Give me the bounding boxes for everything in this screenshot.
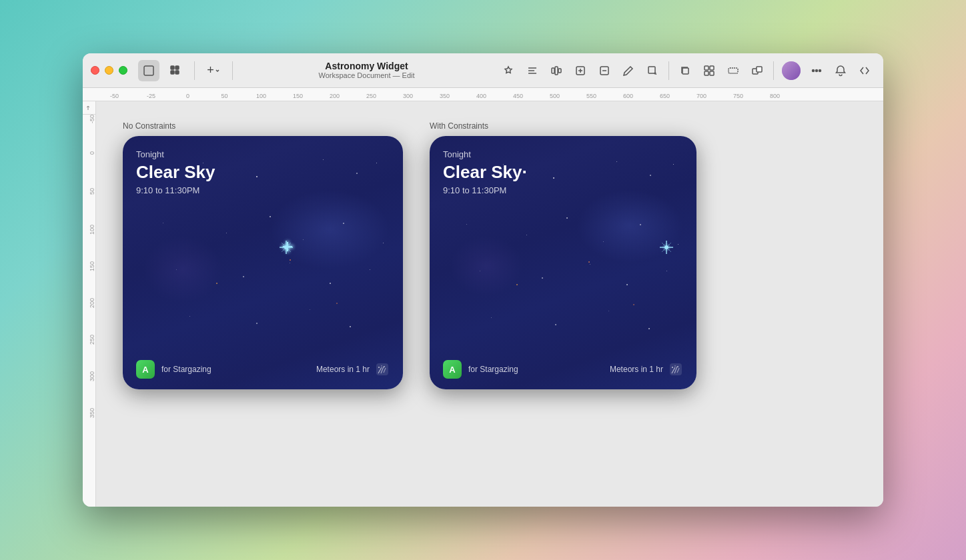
svg-point-40 xyxy=(384,366,385,367)
title-section: Astronomy Widget Workspace Document — Ed… xyxy=(241,61,492,81)
svg-rect-21 xyxy=(710,71,714,75)
svg-rect-20 xyxy=(704,71,708,75)
canvas-view-button[interactable] xyxy=(138,60,159,81)
copy-button[interactable] xyxy=(674,60,696,81)
ruler-v-marks: -50 0 50 100 150 200 250 300 350 xyxy=(87,115,95,445)
grid-view-button[interactable] xyxy=(165,60,186,81)
distribute-button[interactable] xyxy=(546,60,567,81)
resize-button[interactable] xyxy=(642,60,663,81)
add-button[interactable]: + xyxy=(203,60,224,81)
window-subtitle: Workspace Document — Edit xyxy=(318,71,414,80)
svg-rect-17 xyxy=(682,68,688,74)
svg-point-25 xyxy=(813,69,815,71)
svg-rect-9 xyxy=(555,67,558,75)
card-1-footer-label: for Stargazing xyxy=(161,365,211,374)
remove-frame-button[interactable] xyxy=(594,60,615,81)
card-1-tonight: Tonight xyxy=(136,149,390,159)
traffic-lights xyxy=(91,66,127,75)
svg-rect-24 xyxy=(757,67,762,72)
svg-rect-19 xyxy=(710,66,714,70)
svg-point-52 xyxy=(674,365,676,367)
card-2-header: Tonight Clear Sky· 9:10 to 11:30PM xyxy=(443,149,683,195)
svg-point-39 xyxy=(381,365,382,367)
card-2-app-icon: A xyxy=(443,360,462,379)
align-button[interactable] xyxy=(522,60,543,81)
card-1-footer: A for Stargazing Meteors in 1 hr xyxy=(136,360,390,379)
card-2-footer-label: for Stargazing xyxy=(468,365,518,374)
svg-rect-4 xyxy=(175,71,179,74)
card-1-header: Tonight Clear Sky 9:10 to 11:30PM xyxy=(136,149,390,195)
svg-point-51 xyxy=(672,367,673,368)
card-2-time: 9:10 to 11:30PM xyxy=(443,185,683,195)
add-icon: + xyxy=(207,63,214,77)
astro-card-with-constraints[interactable]: Tonight Clear Sky· 9:10 to 11:30PM A for… xyxy=(430,136,696,389)
svg-rect-10 xyxy=(558,69,561,73)
card-2-tonight: Tonight xyxy=(443,149,683,159)
svg-point-33 xyxy=(282,243,290,251)
add-frame-button[interactable] xyxy=(570,60,591,81)
svg-point-46 xyxy=(662,243,670,251)
svg-point-53 xyxy=(677,366,678,367)
card-2-footer: A for Stargazing Meteors in 1 hr xyxy=(443,360,683,379)
svg-rect-18 xyxy=(704,66,708,70)
horizontal-ruler: -50 -25 0 50 100 150 200 250 300 350 400… xyxy=(83,88,883,101)
card-2-footer-right: Meteors in 1 hr xyxy=(610,362,683,377)
meteors-icon-2 xyxy=(668,362,683,377)
user-avatar xyxy=(782,61,801,80)
forward-button[interactable] xyxy=(747,60,768,81)
canvas-area[interactable]: No Constraints xyxy=(96,101,883,507)
svg-point-26 xyxy=(816,69,818,71)
svg-rect-8 xyxy=(552,68,554,73)
astro-card-no-constraints[interactable]: Tonight Clear Sky 9:10 to 11:30PM A for … xyxy=(123,136,403,389)
card-1-time: 9:10 to 11:30PM xyxy=(136,185,390,195)
symbol-button[interactable] xyxy=(498,60,519,81)
close-button[interactable] xyxy=(91,66,99,75)
card-1-title: Clear Sky xyxy=(136,162,390,183)
card-2-footer-left: A for Stargazing xyxy=(443,360,518,379)
titlebar: + Astronomy Widget Workspace Document — … xyxy=(83,53,883,88)
svg-rect-1 xyxy=(171,66,174,69)
card-1-footer-left: A for Stargazing xyxy=(136,360,211,379)
card-1-app-icon: A xyxy=(136,360,155,379)
widgets-section: No Constraints xyxy=(123,121,696,389)
divider-4 xyxy=(773,61,774,80)
pen-button[interactable] xyxy=(618,60,639,81)
window-title: Astronomy Widget xyxy=(325,61,408,72)
svg-rect-22 xyxy=(729,68,738,73)
main-window: + Astronomy Widget Workspace Document — … xyxy=(83,53,883,507)
main-area: -50 0 50 100 150 200 250 300 350 No Cons… xyxy=(83,101,883,507)
more-button[interactable] xyxy=(806,60,827,81)
widget-group-no-constraints: No Constraints xyxy=(123,121,403,389)
svg-rect-16 xyxy=(648,67,655,73)
bright-star-card2 xyxy=(656,237,676,257)
no-constraints-label: No Constraints xyxy=(123,121,403,131)
svg-rect-0 xyxy=(144,66,153,75)
ruler-h-marks: -50 -25 0 50 100 150 200 250 300 350 400… xyxy=(96,88,793,101)
with-constraints-label: With Constraints xyxy=(430,121,696,131)
ungroup-button[interactable] xyxy=(722,60,744,81)
maximize-button[interactable] xyxy=(119,66,127,75)
group-button[interactable] xyxy=(698,60,720,81)
vertical-ruler: -50 0 50 100 150 200 250 300 350 xyxy=(83,101,96,507)
card-1-meteors-label: Meteors in 1 hr xyxy=(316,365,370,374)
divider-3 xyxy=(668,61,669,80)
expand-button[interactable] xyxy=(854,60,875,81)
toolbar-right xyxy=(498,59,875,83)
card-2-title: Clear Sky· xyxy=(443,162,683,183)
notifications-button[interactable] xyxy=(830,60,851,81)
divider-1 xyxy=(194,61,195,80)
svg-rect-2 xyxy=(175,66,179,69)
avatar-button[interactable] xyxy=(779,59,803,83)
svg-point-38 xyxy=(378,367,380,368)
card-2-meteors-label: Meteors in 1 hr xyxy=(610,365,663,374)
card-1-footer-right: Meteors in 1 hr xyxy=(316,362,390,377)
meteors-icon-1 xyxy=(375,362,390,377)
minimize-button[interactable] xyxy=(105,66,113,75)
divider-2 xyxy=(232,61,233,80)
svg-point-27 xyxy=(819,69,821,71)
svg-rect-3 xyxy=(171,71,174,74)
widget-group-with-constraints: With Constraints xyxy=(430,121,696,389)
